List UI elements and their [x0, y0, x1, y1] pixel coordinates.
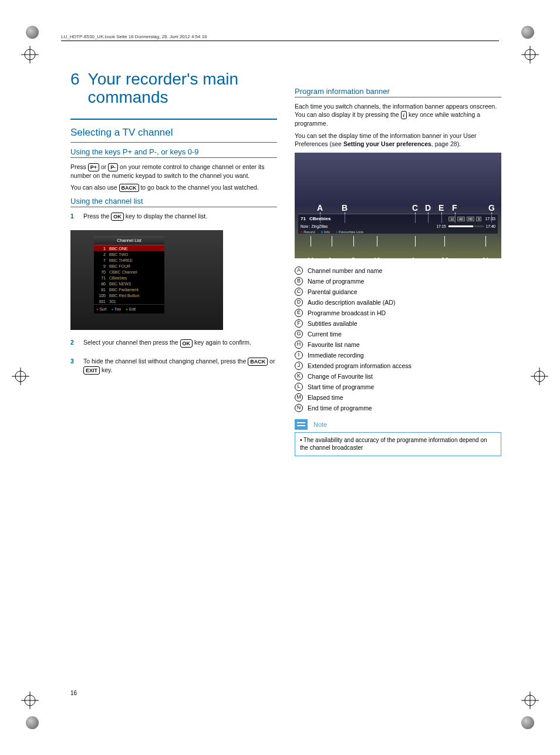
registration-mark-icon: [21, 46, 39, 63]
legend-bubble: F: [295, 319, 303, 328]
legend-text: Elapsed time: [308, 394, 343, 401]
chapter-number: 6: [70, 70, 80, 107]
legend-item: FSubtitles available: [295, 319, 501, 328]
registration-mark-icon: [521, 692, 539, 709]
body-text: You can set the display time of the info…: [295, 132, 501, 148]
legend-bubble: E: [295, 309, 303, 317]
registration-mark-icon: [531, 368, 548, 385]
text: to go back to the channel you last watch…: [139, 184, 259, 191]
text: To hide the channel list without changin…: [83, 358, 248, 365]
text: or: [268, 358, 275, 365]
registration-mark-icon: [521, 46, 539, 63]
key-ok-icon: OK: [180, 339, 193, 348]
channel-row: 81BBC Parliament: [94, 287, 164, 292]
channel-row: 7BBC THREE: [94, 257, 164, 263]
banner-badge-icon: HD: [467, 217, 474, 221]
legend-item: CParental guidance: [295, 288, 501, 296]
banner-fav-label: Favourites Lists: [336, 230, 363, 234]
text: key again to confirm.: [193, 339, 251, 346]
key-info-icon: i: [401, 111, 407, 119]
chapter-text: Your recorder's main commands: [88, 70, 277, 107]
legend-item: LStart time of programme: [295, 383, 501, 391]
note-label: Note: [313, 421, 327, 428]
callout-label: M: [441, 256, 448, 265]
note-text: • The availability and accuracy of the p…: [295, 432, 501, 456]
note-icon: [295, 419, 308, 430]
channel-row: 105BBC Red Button: [94, 292, 164, 298]
callout-label: A: [317, 203, 323, 213]
banner-channel-name: CBeebies: [309, 216, 445, 221]
callout-label: G: [488, 203, 495, 213]
channel-row: 1BBC ONE: [94, 245, 164, 251]
legend-text: Extended program information access: [308, 362, 411, 369]
registration-mark-icon: [21, 692, 39, 709]
legend-item: KChange of Favourite list: [295, 372, 501, 380]
callout-label: H: [308, 256, 313, 265]
doc-header: LU_HDTP-8530_UK.book Seite 16 Donnerstag…: [61, 34, 499, 41]
legend-item: BName of programme: [295, 277, 501, 285]
callout-label: I: [329, 256, 331, 265]
legend-item: JExtended program information access: [295, 362, 501, 370]
banner-record-label: Record: [301, 230, 315, 234]
legend-text: Subtitles available: [308, 320, 357, 327]
note-block: Note • The availability and accuracy of …: [295, 419, 501, 456]
callout-label: C: [412, 203, 418, 213]
banner-channel-number: 71: [301, 216, 306, 221]
step-number: 2: [70, 338, 77, 350]
right-column: Program information banner Each time you…: [295, 70, 501, 456]
callout-label: B: [342, 203, 348, 213]
text: key to display the channel list.: [124, 213, 207, 220]
legend-item: MElapsed time: [295, 393, 501, 402]
text: Select your channel then press the: [83, 339, 180, 346]
print-ball-icon: [521, 26, 534, 39]
key-pminus-icon: P-: [108, 163, 118, 171]
channel-row: 80BBC NEWS: [94, 281, 164, 287]
legend-item: NEnd time of programme: [295, 404, 501, 412]
text: Press the: [83, 213, 111, 220]
divider: [295, 97, 501, 97]
divider: [70, 119, 277, 120]
banner-end-time: 17:40: [486, 224, 495, 228]
key-back-icon: BACK: [119, 184, 139, 192]
legend-text: Change of Favourite list: [308, 373, 373, 380]
page-number: 16: [70, 690, 77, 696]
legend-list: AChannel number and nameBName of program…: [295, 267, 501, 412]
text: , page 28).: [431, 140, 461, 147]
legend-text: Name of programme: [308, 278, 364, 285]
text: Press: [70, 163, 88, 170]
edit-label: Edit: [126, 307, 136, 311]
legend-bubble: C: [295, 288, 303, 296]
legend-bubble: L: [295, 383, 303, 391]
left-column: 6 Your recorder's main commands Selectin…: [70, 70, 277, 456]
body-text: You can also use BACK to go back to the …: [70, 183, 277, 192]
divider: [70, 207, 277, 207]
legend-text: Favourite list name: [308, 341, 360, 348]
legend-item: EProgramme broadcast in HD: [295, 309, 501, 317]
banner-time: 17:33: [485, 217, 495, 221]
channel-row: 9BBC FOUR: [94, 263, 164, 269]
legend-text: End time of programme: [308, 405, 372, 412]
legend-text: Channel number and name: [308, 267, 382, 274]
legend-bubble: B: [295, 277, 303, 285]
subsection-title: Using the keys P+ and P-, or keys 0-9: [70, 147, 277, 156]
legend-text: Start time of programme: [308, 383, 374, 390]
legend-bubble: M: [295, 393, 303, 402]
banner-badge-icon: 12: [448, 217, 456, 221]
subsection-title: Using the channel list: [70, 197, 277, 205]
key-pplus-icon: P+: [88, 163, 99, 171]
callout-label: D: [425, 203, 431, 213]
step-number: 3: [70, 357, 77, 378]
legend-bubble: J: [295, 362, 303, 370]
banner-badge-icon: S: [476, 217, 481, 221]
channel-list-figure: Channel List 1BBC ONE2BBC TWO7BBC THREE9…: [70, 230, 223, 330]
banner-start-time: 17:15: [436, 224, 446, 228]
legend-item: DAudio description available (AD): [295, 298, 501, 306]
legend-bubble: N: [295, 404, 303, 412]
legend-text: Parental guidance: [308, 288, 357, 295]
chapter-title: 6 Your recorder's main commands: [70, 70, 277, 107]
divider: [70, 142, 277, 143]
registration-mark-icon: [12, 368, 29, 385]
legend-bubble: H: [295, 341, 303, 349]
legend-text: Immediate recording: [308, 352, 364, 359]
channel-row: 2BBC TWO: [94, 251, 164, 257]
